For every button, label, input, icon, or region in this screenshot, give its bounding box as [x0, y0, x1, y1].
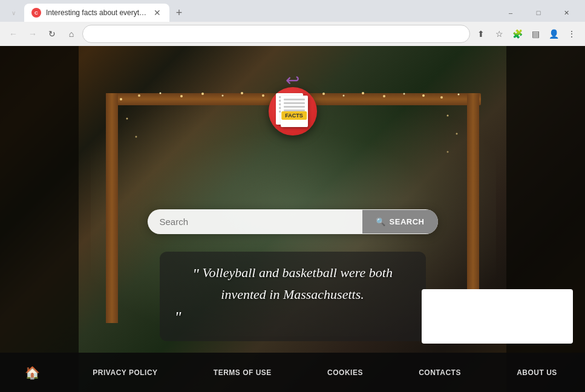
footer-link-privacy-policy[interactable]: PRIVACY POLICY	[90, 365, 160, 380]
search-input[interactable]	[148, 209, 363, 234]
footer-logo-icon: 🏠	[25, 365, 40, 380]
window-controls: – □ ✕	[497, 3, 580, 22]
sidebar-button[interactable]: ▤	[527, 25, 544, 42]
tab-title: Interesting facts about everythin...	[46, 8, 148, 17]
footer-link-contacts[interactable]: CONTACTS	[416, 365, 464, 380]
footer-link-terms-of-use[interactable]: TERMS OF USE	[211, 365, 275, 380]
wood-frame-left	[106, 93, 118, 323]
bookmark-button[interactable]: ☆	[491, 25, 508, 42]
menu-button[interactable]: ⋮	[563, 25, 580, 42]
tab-close-button[interactable]: ✕	[152, 7, 162, 19]
logo-paper-front: FACTS	[281, 96, 308, 127]
footer-link-about-us[interactable]: ABOUT US	[514, 365, 560, 380]
quote-open-mark: "	[192, 266, 199, 283]
quote-text: " Volleyball and basketball were both in…	[175, 264, 411, 329]
footer-link-cookies[interactable]: COOKIES	[324, 365, 366, 380]
share-button[interactable]: ⬆	[472, 25, 489, 42]
website-content: ↩ FACTS 🔍 SEARCH " Volleyball and basket…	[0, 46, 585, 392]
logo-label: FACTS	[281, 111, 307, 120]
search-button[interactable]: 🔍 SEARCH	[362, 210, 437, 234]
close-button[interactable]: ✕	[552, 3, 580, 22]
quote-close-mark: "	[175, 307, 411, 328]
active-tab[interactable]: C Interesting facts about everythin... ✕	[24, 4, 169, 22]
extensions-button[interactable]: 🧩	[509, 25, 526, 42]
search-button-label: SEARCH	[390, 217, 425, 226]
footer: 🏠 PRIVACY POLICY TERMS OF USE COOKIES CO…	[0, 353, 585, 392]
search-container: 🔍 SEARCH	[148, 209, 438, 234]
home-button[interactable]: ⌂	[63, 25, 80, 42]
address-input[interactable]	[90, 30, 462, 39]
maximize-button[interactable]: □	[525, 3, 552, 22]
minimize-button[interactable]: –	[497, 3, 525, 22]
address-bar[interactable]	[82, 25, 470, 43]
browser-chrome: ∨ C Interesting facts about everythin...…	[0, 0, 585, 46]
new-tab-button[interactable]: +	[171, 4, 188, 21]
logo-badge: FACTS	[269, 87, 317, 136]
tab-favicon: C	[31, 8, 41, 18]
search-bar: 🔍 SEARCH	[148, 209, 438, 234]
toolbar-actions: ⬆ ☆ 🧩 ▤ 👤 ⋮	[472, 25, 580, 42]
back-button[interactable]: ←	[5, 25, 22, 42]
left-room-panel	[0, 46, 79, 392]
account-button[interactable]: 👤	[545, 25, 562, 42]
tab-list-button[interactable]: ∨	[5, 4, 22, 21]
white-box	[422, 289, 573, 344]
forward-button[interactable]: →	[24, 25, 41, 42]
search-icon: 🔍	[376, 217, 386, 226]
wood-frame-right	[467, 93, 479, 323]
quote-container: " Volleyball and basketball were both in…	[160, 252, 426, 341]
title-bar: ∨ C Interesting facts about everythin...…	[0, 0, 585, 22]
browser-toolbar: ← → ↻ ⌂ ⬆ ☆ 🧩 ▤ 👤 ⋮	[0, 22, 585, 46]
logo-container: ↩ FACTS	[269, 70, 317, 136]
reload-button[interactable]: ↻	[44, 25, 60, 42]
quote-body: Volleyball and basketball were both inve…	[202, 265, 392, 302]
